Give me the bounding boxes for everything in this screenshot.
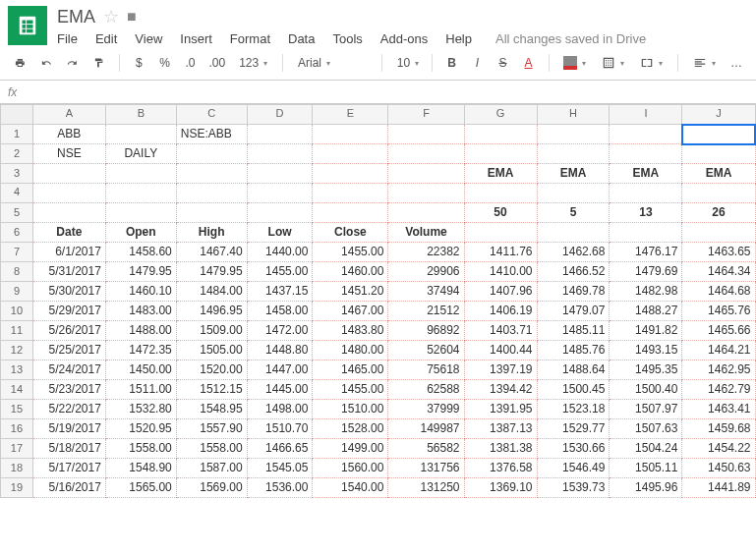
dec-decimal-button[interactable]: .0 — [180, 52, 200, 74]
cell[interactable]: 1523.18 — [537, 400, 610, 419]
cell[interactable]: 1410.00 — [464, 262, 537, 282]
cell[interactable]: ABB — [32, 125, 105, 144]
row-header[interactable]: 19 — [1, 478, 33, 498]
cell[interactable]: 1455.00 — [313, 380, 388, 400]
cell[interactable]: 1482.98 — [610, 282, 682, 302]
folder-icon[interactable]: ■ — [127, 8, 137, 26]
cell[interactable]: 5/24/2017 — [32, 360, 105, 380]
row-header[interactable]: 9 — [1, 282, 33, 302]
cell[interactable] — [610, 125, 682, 144]
cell[interactable]: 1472.00 — [247, 321, 313, 341]
cell[interactable]: 1397.19 — [464, 360, 537, 380]
row-header[interactable]: 4 — [1, 184, 33, 203]
strike-button[interactable]: S — [494, 52, 513, 74]
cell[interactable]: 1479.69 — [610, 262, 682, 282]
cell-selected[interactable] — [682, 125, 755, 144]
print-button[interactable] — [10, 52, 30, 74]
cell[interactable]: 1460.10 — [105, 282, 176, 302]
menu-addons[interactable]: Add-ons — [380, 31, 428, 46]
cell[interactable]: 29906 — [388, 262, 464, 282]
cell[interactable]: 1462.95 — [682, 360, 755, 380]
cell[interactable] — [247, 184, 313, 203]
format-currency-button[interactable]: $ — [129, 52, 148, 74]
cell[interactable]: 1510.70 — [247, 419, 313, 439]
cell[interactable] — [105, 203, 176, 223]
cell[interactable]: 1499.00 — [313, 439, 388, 459]
cell[interactable]: 1448.80 — [247, 341, 313, 360]
cell[interactable]: 1488.00 — [105, 321, 176, 341]
cell[interactable]: 1467.40 — [176, 243, 247, 262]
cell[interactable]: 1459.68 — [682, 419, 755, 439]
cell[interactable]: Date — [32, 223, 105, 243]
cell[interactable]: 1498.00 — [247, 400, 313, 419]
cell[interactable]: 1450.00 — [105, 360, 176, 380]
cell[interactable]: 1466.52 — [537, 262, 610, 282]
cell[interactable]: 1440.00 — [247, 243, 313, 262]
cell[interactable]: 5/22/2017 — [32, 400, 105, 419]
cell[interactable]: 1472.35 — [105, 341, 176, 360]
row-header[interactable]: 18 — [1, 459, 33, 478]
cell[interactable]: 1530.66 — [537, 439, 610, 459]
cell[interactable]: 1484.00 — [176, 282, 247, 302]
cell[interactable]: 1394.42 — [464, 380, 537, 400]
cell[interactable] — [464, 144, 537, 164]
cell[interactable]: 62588 — [388, 380, 464, 400]
cell[interactable]: 5/19/2017 — [32, 419, 105, 439]
cell[interactable]: 1465.66 — [682, 321, 755, 341]
cell[interactable]: 1495.35 — [610, 360, 682, 380]
cell[interactable] — [537, 184, 610, 203]
cell[interactable]: 1569.00 — [176, 478, 247, 498]
cell[interactable]: 1376.58 — [464, 459, 537, 478]
cell[interactable]: 1463.65 — [682, 243, 755, 262]
col-header[interactable]: H — [537, 105, 610, 125]
cell[interactable]: 1455.00 — [247, 262, 313, 282]
cell[interactable]: 1441.89 — [682, 478, 755, 498]
cell[interactable]: 1485.76 — [537, 341, 610, 360]
cell[interactable]: 1529.77 — [537, 419, 610, 439]
cell[interactable] — [537, 223, 610, 243]
row-header[interactable]: 10 — [1, 302, 33, 321]
cell[interactable] — [610, 144, 682, 164]
cell[interactable]: 1455.00 — [313, 243, 388, 262]
cell[interactable]: 1479.95 — [176, 262, 247, 282]
cell[interactable]: 1488.64 — [537, 360, 610, 380]
cell[interactable] — [313, 125, 388, 144]
cell[interactable] — [313, 164, 388, 184]
select-all-corner[interactable] — [1, 105, 33, 125]
cell[interactable]: 5/18/2017 — [32, 439, 105, 459]
cell[interactable]: 5/30/2017 — [32, 282, 105, 302]
cell[interactable]: 1476.17 — [610, 243, 682, 262]
cell[interactable] — [313, 184, 388, 203]
undo-button[interactable] — [36, 52, 57, 74]
cell[interactable]: 1505.00 — [176, 341, 247, 360]
cell[interactable]: 1520.00 — [176, 360, 247, 380]
cell[interactable]: 1539.73 — [537, 478, 610, 498]
cell[interactable]: 1548.90 — [105, 459, 176, 478]
cell[interactable]: 1532.80 — [105, 400, 176, 419]
col-header[interactable]: A — [32, 105, 105, 125]
cell[interactable]: 37999 — [388, 400, 464, 419]
cell[interactable] — [388, 125, 464, 144]
cell[interactable]: 1511.00 — [105, 380, 176, 400]
cell[interactable]: 131756 — [388, 459, 464, 478]
cell[interactable]: 5/17/2017 — [32, 459, 105, 478]
menu-view[interactable]: View — [135, 31, 162, 46]
menu-data[interactable]: Data — [288, 31, 315, 46]
more-formats-dropdown[interactable]: 123 — [234, 53, 272, 73]
cell[interactable]: 1464.68 — [682, 282, 755, 302]
cell[interactable]: 1454.22 — [682, 439, 755, 459]
cell[interactable] — [247, 125, 313, 144]
formula-input[interactable] — [37, 84, 748, 99]
cell[interactable]: 1495.96 — [610, 478, 682, 498]
row-header[interactable]: 11 — [1, 321, 33, 341]
col-header[interactable]: B — [105, 105, 176, 125]
row-header[interactable]: 13 — [1, 360, 33, 380]
row-header[interactable]: 14 — [1, 380, 33, 400]
cell[interactable] — [388, 184, 464, 203]
halign-button[interactable] — [688, 53, 721, 73]
cell[interactable]: 1500.40 — [610, 380, 682, 400]
row-header[interactable]: 1 — [1, 125, 33, 144]
cell[interactable]: 1437.15 — [247, 282, 313, 302]
cell[interactable] — [388, 164, 464, 184]
cell[interactable] — [105, 164, 176, 184]
